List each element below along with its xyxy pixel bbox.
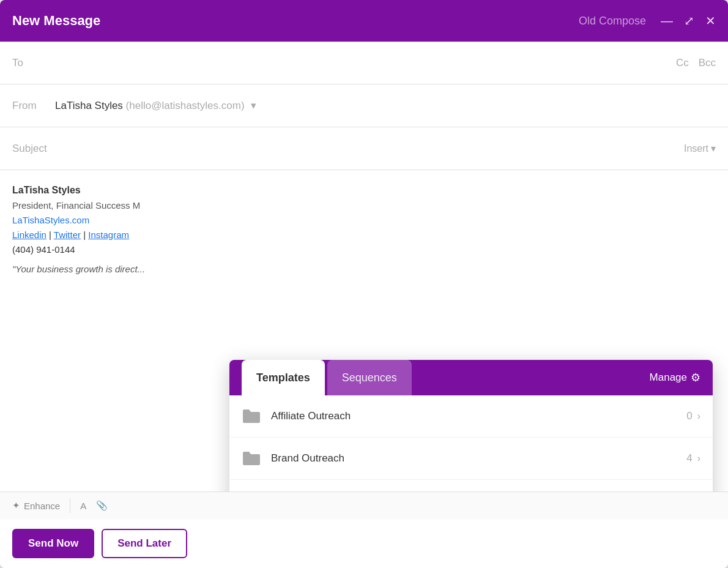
from-name-text: LaTisha Styles <box>55 100 123 111</box>
compose-toolbar: ✦ Enhance A 📎 <box>0 491 728 519</box>
expand-button[interactable]: ⤢ <box>684 13 694 28</box>
header-icons: — ⤢ ✕ <box>661 13 716 28</box>
from-email-text: (hello@latishastyles.com) <box>126 100 245 111</box>
twitter-link[interactable]: Twitter <box>54 230 81 240</box>
template-list-item[interactable]: Affiliate Outreach 0 › <box>229 395 713 438</box>
attachment-button[interactable]: 📎 <box>96 500 108 511</box>
signature-social-row: Linkedin | Twitter | Instagram <box>12 228 716 242</box>
old-compose-button[interactable]: Old Compose <box>579 15 646 28</box>
subject-input[interactable] <box>55 143 684 155</box>
compose-header: New Message Old Compose — ⤢ ✕ <box>0 0 728 42</box>
template-item-count: 0 <box>686 410 692 422</box>
font-icon: A <box>80 501 86 511</box>
from-name: LaTisha Styles (hello@latishastyles.com)… <box>55 99 256 112</box>
social-divider-1: | <box>49 230 54 240</box>
from-dropdown-icon[interactable]: ▾ <box>251 100 256 111</box>
close-button[interactable]: ✕ <box>705 13 716 28</box>
tab-sequences[interactable]: Sequences <box>327 360 412 395</box>
close-icon: ✕ <box>705 14 716 28</box>
signature-quote: "Your business growth is direct... <box>12 262 716 277</box>
header-right: Old Compose — ⤢ ✕ <box>579 13 716 28</box>
send-now-button[interactable]: Send Now <box>12 529 94 558</box>
signature-website: LaTishaStyles.com <box>12 213 716 228</box>
from-label: From <box>12 100 55 112</box>
to-label: To <box>12 57 55 69</box>
to-input[interactable] <box>55 57 676 69</box>
insert-chevron-icon: ▾ <box>711 143 716 154</box>
dropdown-header: Templates Sequences Manage ⚙ <box>229 360 713 395</box>
signature-website-link[interactable]: LaTishaStyles.com <box>12 215 89 225</box>
signature-title: President, Financial Success M <box>12 198 716 213</box>
linkedin-link[interactable]: Linkedin <box>12 230 46 240</box>
font-button[interactable]: A <box>80 501 86 511</box>
compose-window: New Message Old Compose — ⤢ ✕ To Cc Bcc <box>0 0 728 568</box>
signature-name: LaTisha Styles <box>12 182 716 198</box>
enhance-icon: ✦ <box>12 500 20 511</box>
clip-icon: 📎 <box>96 500 108 511</box>
compose-actions: Send Now Send Later <box>0 519 728 568</box>
folder-icon <box>242 491 261 491</box>
expand-icon: ⤢ <box>684 14 694 28</box>
minimize-icon: — <box>661 14 673 28</box>
insert-label: Insert <box>684 143 708 154</box>
templates-dropdown: Templates Sequences Manage ⚙ Affiliate O… <box>229 360 713 491</box>
chevron-right-icon: › <box>697 453 700 464</box>
folder-icon <box>242 406 261 426</box>
send-later-button[interactable]: Send Later <box>102 529 187 558</box>
manage-label: Manage <box>650 372 687 384</box>
minimize-button[interactable]: — <box>661 14 673 28</box>
template-item-name: Affiliate Outreach <box>271 410 686 422</box>
bcc-button[interactable]: Bcc <box>699 57 716 69</box>
to-field-row: To Cc Bcc <box>0 42 728 84</box>
toolbar-divider-1 <box>70 498 70 513</box>
folder-icon <box>242 449 261 468</box>
template-item-count: 4 <box>686 452 692 465</box>
compose-title: New Message <box>12 13 100 29</box>
template-item-name: Brand Outreach <box>271 452 686 465</box>
manage-button[interactable]: Manage ⚙ <box>650 360 700 395</box>
template-list: Affiliate Outreach 0 › Brand Outreach 4 … <box>229 395 713 491</box>
subject-field-row: Subject Insert ▾ <box>0 127 728 170</box>
signature-block: LaTisha Styles President, Financial Succ… <box>12 182 716 277</box>
tab-templates[interactable]: Templates <box>242 360 325 395</box>
instagram-link[interactable]: Instagram <box>88 230 129 240</box>
insert-button[interactable]: Insert ▾ <box>684 143 716 154</box>
signature-phone: (404) 941-0144 <box>12 242 716 257</box>
enhance-button[interactable]: ✦ Enhance <box>12 500 60 511</box>
from-field-row: From LaTisha Styles (hello@latishastyles… <box>0 84 728 127</box>
gear-icon: ⚙ <box>691 371 700 384</box>
subject-label: Subject <box>12 143 55 155</box>
cc-button[interactable]: Cc <box>676 57 689 69</box>
to-field-actions: Cc Bcc <box>676 57 716 69</box>
enhance-label: Enhance <box>24 501 60 511</box>
compose-body[interactable]: LaTisha Styles President, Financial Succ… <box>0 170 728 491</box>
template-list-item[interactable]: Brand Outreach 4 › <box>229 438 713 480</box>
template-list-item[interactable]: Clients 2 › <box>229 480 713 491</box>
chevron-right-icon: › <box>697 411 700 422</box>
